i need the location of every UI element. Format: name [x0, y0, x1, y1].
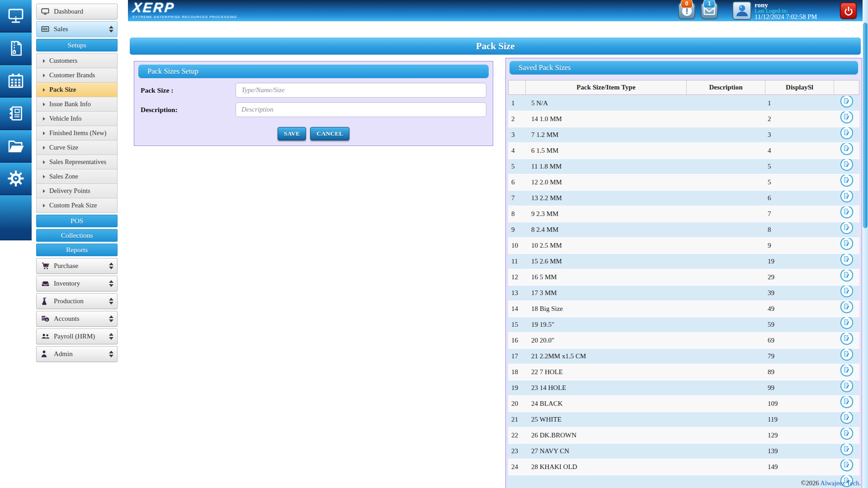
edit-icon[interactable]	[840, 349, 853, 361]
edit-icon[interactable]	[840, 222, 853, 234]
logout-power-button[interactable]	[840, 2, 857, 19]
cell-sl: 22	[508, 428, 525, 443]
edit-icon[interactable]	[840, 143, 853, 155]
caret-right-icon	[43, 175, 45, 178]
sidebar-item-curve-size[interactable]: Curve Size	[37, 140, 117, 155]
edit-icon[interactable]	[840, 412, 853, 424]
panel-title: Pack Sizes Setup	[138, 65, 489, 78]
saved-pack-sizes-panel: Saved Pack Sizes Pack Size/Item Type Des…	[505, 58, 862, 488]
monitor-icon[interactable]	[0, 0, 32, 32]
cell-sl: 12	[508, 270, 525, 285]
edit-icon[interactable]	[840, 286, 853, 297]
coins-icon: $	[41, 315, 54, 322]
sidebar-item-purchase[interactable]: Purchase	[36, 258, 118, 274]
sidebar-item-sales-representatives[interactable]: Sales Representatives	[37, 155, 117, 169]
expand-arrows-icon	[109, 333, 113, 340]
description-input[interactable]	[236, 102, 486, 117]
sidebar-item-admin[interactable]: Admin	[36, 346, 118, 362]
cell-display-sl: 149	[765, 460, 834, 474]
section-collections[interactable]: Collections	[36, 229, 118, 242]
cell-item-type: 27 NAVY CN	[525, 444, 686, 459]
edit-icon[interactable]	[840, 270, 853, 282]
table-row: 20 24 BLACK 109	[508, 396, 859, 412]
sidebar-item-label: Production	[54, 297, 109, 305]
calendar-icon[interactable]	[0, 65, 32, 97]
edit-icon[interactable]	[840, 317, 853, 329]
sidebar-item-accounts[interactable]: $ Accounts	[36, 311, 118, 327]
sidebar-item-inventory[interactable]: Inventory	[36, 276, 118, 291]
cell-item-type: 17 3 MM	[525, 286, 686, 300]
app-window: Dashboard Sales Setups Customers Custome…	[0, 0, 868, 488]
cell-display-sl: 79	[765, 349, 834, 364]
sidebar-item-payroll-hrm[interactable]: Payroll (HRM)	[36, 328, 118, 344]
sidebar-item-customer-brands[interactable]: Customer Brands	[37, 68, 117, 82]
cell-display-sl: 2	[765, 112, 834, 127]
cell-item-type: 14 1.0 MM	[525, 112, 686, 127]
sidebar-item-pack-size[interactable]: Pack Size	[37, 82, 117, 97]
edit-icon[interactable]	[840, 428, 853, 440]
edit-icon[interactable]	[840, 254, 853, 266]
sidebar-item-custom-peak-size[interactable]: Custom Peak Size	[37, 198, 117, 212]
sidebar-item-sales[interactable]: Sales	[36, 21, 118, 37]
scrollbar-thumb[interactable]	[863, 23, 868, 228]
notebook-icon[interactable]	[0, 98, 32, 129]
cell-description	[686, 317, 765, 332]
table-row: 24 28 KHAKI OLD 149	[508, 460, 859, 475]
user-avatar[interactable]	[732, 1, 751, 20]
cell-item-type: 10 2.5 MM	[525, 238, 686, 253]
edit-icon[interactable]	[840, 112, 853, 123]
flask-icon	[41, 297, 54, 305]
edit-icon[interactable]	[840, 96, 853, 108]
edit-icon[interactable]	[840, 396, 853, 408]
cell-display-sl: 5	[765, 175, 834, 190]
edit-icon[interactable]	[840, 444, 853, 455]
cell-description	[686, 428, 765, 443]
sidebar-item-vehicle-info[interactable]: Vehicle Info	[37, 111, 117, 126]
cell-sl: 21	[508, 412, 525, 427]
sidebar-item-dashboard[interactable]: Dashboard	[36, 4, 118, 19]
edit-icon[interactable]	[840, 175, 853, 187]
sidebar-item-production[interactable]: Production	[36, 293, 118, 309]
edit-icon[interactable]	[840, 159, 853, 171]
sidebar-item-delivery-points[interactable]: Delivery Points	[37, 183, 117, 198]
edit-icon[interactable]	[840, 333, 853, 345]
table-row: 23 27 NAVY CN 139	[508, 444, 859, 460]
sidebar-item-label: Customers	[49, 57, 77, 65]
section-reports[interactable]: Reports	[36, 244, 118, 256]
edit-icon[interactable]	[840, 238, 853, 250]
sidebar-item-label: Finished Items (New)	[49, 129, 106, 137]
gear-icon[interactable]	[0, 163, 32, 194]
sidebar-item-customers[interactable]: Customers	[37, 54, 117, 68]
edit-icon[interactable]	[840, 380, 853, 392]
cell-description	[686, 127, 765, 142]
section-pos[interactable]: POS	[36, 215, 118, 227]
sidebar-item-finished-items-new[interactable]: Finished Items (New)	[37, 126, 117, 140]
save-button[interactable]: SAVE	[278, 127, 306, 141]
company-link[interactable]: Alwajeez Tech.	[820, 479, 861, 487]
cell-item-type: 11 1.8 MM	[525, 159, 686, 174]
section-setups[interactable]: Setups	[36, 39, 118, 52]
cell-item-type: 24 BLACK	[525, 396, 686, 411]
mail-icon[interactable]: 1	[701, 2, 718, 19]
sidebar-item-issue-bank-info[interactable]: Issue Bank Info	[37, 97, 117, 111]
alert-icon[interactable]: 0	[678, 2, 695, 19]
cancel-button[interactable]: CANCEL	[310, 127, 349, 141]
pack-size-input[interactable]	[236, 83, 486, 98]
edit-icon[interactable]	[840, 460, 853, 471]
page-scrollbar[interactable]	[863, 0, 868, 488]
edit-icon[interactable]	[840, 365, 853, 376]
zip-file-icon[interactable]	[0, 33, 32, 64]
edit-icon[interactable]	[840, 127, 853, 139]
table-row: 1 5 N/A 1	[508, 96, 859, 112]
sidebar-item-sales-zone[interactable]: Sales Zone	[37, 169, 117, 183]
table-row: 19 23 14 HOLE 99	[508, 380, 859, 396]
edit-icon[interactable]	[840, 301, 853, 313]
table-row: 21 25 WHITE 119	[508, 412, 859, 428]
sidebar-item-label: Vehicle Info	[49, 115, 81, 122]
dashboard-monitor-icon	[41, 8, 54, 14]
caret-right-icon	[43, 59, 45, 63]
edit-icon[interactable]	[840, 206, 853, 218]
folder-icon[interactable]	[0, 130, 32, 162]
cell-description	[686, 286, 765, 300]
edit-icon[interactable]	[840, 191, 853, 202]
